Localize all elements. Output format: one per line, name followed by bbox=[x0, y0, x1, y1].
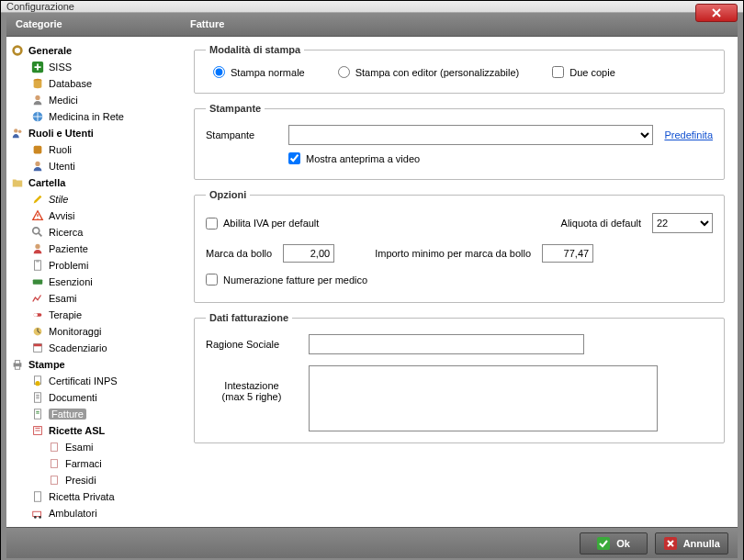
ok-button[interactable]: Ok bbox=[580, 532, 648, 554]
min-import-input[interactable] bbox=[542, 244, 593, 263]
tree-item-ricette-asl[interactable]: Ricette ASL bbox=[10, 422, 177, 439]
user-icon bbox=[30, 159, 45, 174]
tree-item-certificati[interactable]: Certificati INPS bbox=[10, 373, 177, 389]
radio-editor-print[interactable]: Stampa con editor (personalizzabile) bbox=[338, 66, 520, 78]
tree-item-ricerca[interactable]: Ricerca bbox=[10, 224, 177, 241]
plus-icon bbox=[30, 60, 45, 74]
check-preview[interactable]: Mostra anteprima a video bbox=[288, 152, 420, 164]
radio-normal-input[interactable] bbox=[213, 66, 225, 78]
svg-rect-31 bbox=[35, 492, 41, 502]
tree-item-paziente[interactable]: Paziente bbox=[10, 241, 177, 257]
window-title: Configurazione bbox=[6, 1, 74, 12]
check-enable-vat[interactable]: Abilita IVA per default bbox=[206, 218, 319, 230]
tree-item-documenti[interactable]: Documenti bbox=[10, 389, 177, 406]
window-close-button[interactable] bbox=[695, 4, 738, 22]
certificate-icon bbox=[30, 374, 45, 388]
tree-group-cartella[interactable]: Cartella bbox=[10, 174, 177, 191]
billing-legend: Dati fatturazione bbox=[206, 312, 292, 323]
tree-item-avvisi[interactable]: Avvisi bbox=[10, 207, 177, 224]
invoice-icon bbox=[30, 407, 45, 421]
tree-item-esenzioni[interactable]: Esenzioni bbox=[10, 274, 177, 290]
svg-point-4 bbox=[35, 95, 39, 100]
svg-point-9 bbox=[35, 162, 39, 166]
tree-item-medicina-rete[interactable]: Medicina in Rete bbox=[10, 108, 177, 125]
radio-normal-print[interactable]: Stampa normale bbox=[213, 66, 305, 78]
database-icon bbox=[30, 76, 45, 91]
tree-item-monitoraggi[interactable]: Monitoraggi bbox=[10, 323, 177, 340]
tree-item-asl-presidi[interactable]: Presidi bbox=[10, 472, 177, 488]
default-printer-link[interactable]: Predefinita bbox=[664, 129, 713, 140]
tree-item-asl-esami[interactable]: Esami bbox=[10, 439, 177, 455]
company-label: Ragione Sociale bbox=[206, 339, 298, 350]
tree-item-utenti[interactable]: Utenti bbox=[10, 158, 177, 174]
cancel-button[interactable]: Annulla bbox=[655, 532, 728, 554]
tree-item-siss[interactable]: SISS bbox=[10, 59, 177, 75]
company-input[interactable] bbox=[309, 334, 584, 354]
svg-rect-32 bbox=[33, 511, 41, 516]
stamp-value-input[interactable] bbox=[283, 244, 334, 263]
ticket-icon bbox=[30, 274, 45, 289]
svg-point-1 bbox=[16, 49, 19, 52]
tree-item-ruoli[interactable]: Ruoli bbox=[10, 141, 177, 158]
check-numbering[interactable]: Numerazione fatture per medico bbox=[206, 274, 367, 286]
svg-point-33 bbox=[34, 516, 37, 519]
check-preview-input[interactable] bbox=[288, 152, 300, 164]
tree-item-terapie[interactable]: Terapie bbox=[10, 307, 177, 323]
tree-group-generale[interactable]: Generale bbox=[10, 42, 177, 59]
svg-rect-16 bbox=[34, 313, 38, 317]
role-icon bbox=[30, 142, 45, 157]
close-icon bbox=[711, 7, 722, 18]
chart-icon bbox=[30, 291, 45, 306]
svg-rect-26 bbox=[35, 409, 41, 420]
printer-label: Stampante bbox=[206, 129, 277, 140]
patient-icon bbox=[30, 241, 45, 256]
column-headers: Categorie Fatture bbox=[6, 13, 738, 37]
content-panel: Modalità di stampa Stampa normale Stampa… bbox=[181, 37, 738, 527]
check-two-copies[interactable]: Due copie bbox=[552, 66, 615, 78]
tree-group-ruoli[interactable]: Ruoli e Utenti bbox=[10, 125, 177, 141]
tree-item-stile[interactable]: Stile bbox=[10, 191, 177, 207]
svg-rect-14 bbox=[33, 279, 43, 284]
rate-select[interactable]: 22 bbox=[652, 213, 713, 233]
tree-item-esami[interactable]: Esami bbox=[10, 290, 177, 307]
clipboard-icon bbox=[30, 258, 45, 273]
printer-select[interactable] bbox=[288, 125, 653, 145]
svg-rect-22 bbox=[15, 366, 19, 370]
categories-header: Categorie bbox=[6, 13, 181, 36]
svg-rect-21 bbox=[15, 361, 19, 364]
check-two-copies-input[interactable] bbox=[552, 66, 564, 78]
check-enable-vat-input[interactable] bbox=[206, 218, 218, 230]
tree-item-asl-farmaci[interactable]: Farmaci bbox=[10, 455, 177, 472]
content-header: Fatture bbox=[181, 13, 233, 36]
main-area: Generale SISS Database Medici Medicina i… bbox=[6, 37, 738, 527]
pencil-icon bbox=[30, 192, 45, 207]
tree-item-fatture[interactable]: Fatture bbox=[10, 406, 177, 422]
options-group: Opzioni Abilita IVA per default Aliquota… bbox=[194, 189, 725, 303]
svg-rect-19 bbox=[34, 344, 42, 347]
radio-editor-input[interactable] bbox=[338, 66, 350, 78]
gear-icon bbox=[10, 43, 25, 58]
svg-point-24 bbox=[35, 381, 39, 386]
tree-item-ambulatori[interactable]: Ambulatori bbox=[10, 505, 177, 521]
cancel-icon bbox=[663, 536, 678, 551]
search-icon bbox=[30, 225, 45, 240]
svg-rect-8 bbox=[34, 146, 42, 154]
categories-tree[interactable]: Generale SISS Database Medici Medicina i… bbox=[6, 37, 181, 527]
tree-item-problemi[interactable]: Problemi bbox=[10, 257, 177, 274]
svg-rect-30 bbox=[51, 476, 58, 485]
tree-item-medici[interactable]: Medici bbox=[10, 92, 177, 108]
check-numbering-input[interactable] bbox=[206, 274, 218, 286]
prescription-icon bbox=[30, 423, 45, 438]
private-rx-icon bbox=[30, 489, 45, 504]
tree-item-ricetta-privata[interactable]: Ricetta Privata bbox=[10, 488, 177, 505]
tree-item-scadenziario[interactable]: Scadenziario bbox=[10, 340, 177, 356]
print-mode-group: Modalità di stampa Stampa normale Stampa… bbox=[194, 44, 725, 94]
tree-item-database[interactable]: Database bbox=[10, 75, 177, 92]
stamp-label: Marca da bollo bbox=[206, 248, 272, 259]
globe-icon bbox=[30, 109, 45, 124]
header-textarea[interactable] bbox=[309, 365, 658, 431]
users-icon bbox=[10, 126, 25, 140]
titlebar: Configurazione bbox=[1, 1, 743, 13]
window-body: Categorie Fatture Generale SISS Database… bbox=[1, 13, 743, 560]
tree-group-stampe[interactable]: Stampe bbox=[10, 356, 177, 373]
